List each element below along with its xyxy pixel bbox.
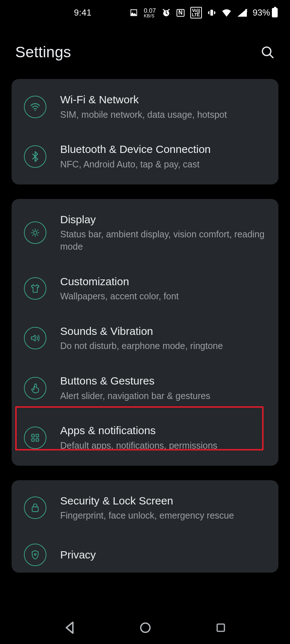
item-title: Buttons & Gestures [60, 374, 266, 388]
item-title: Display [60, 213, 266, 227]
svg-rect-9 [32, 507, 38, 512]
svg-rect-7 [32, 439, 34, 441]
vibrate-icon [208, 8, 216, 17]
navigation-bar [0, 611, 290, 644]
svg-point-11 [141, 623, 150, 632]
item-subtitle: SIM, mobile network, data usage, hotspot [60, 109, 266, 121]
item-subtitle: Wallpapers, accent color, font [60, 290, 266, 303]
item-subtitle: Alert slider, navigation bar & gestures [60, 390, 266, 402]
image-icon [129, 9, 138, 17]
item-title: Sounds & Vibration [60, 324, 266, 338]
settings-group-security: Security & Lock Screen Fingerprint, face… [12, 480, 278, 573]
wifi-status-icon [221, 9, 232, 17]
item-title: Wi-Fi & Network [60, 93, 266, 107]
item-title: Privacy [60, 548, 266, 562]
battery-status: 93% [253, 8, 278, 18]
item-subtitle: Do not disturb, earphone mode, ringtone [60, 340, 266, 352]
volume-icon [24, 327, 46, 349]
item-title: Customization [60, 275, 266, 288]
svg-rect-12 [217, 624, 224, 631]
cell-signal-icon: x [237, 9, 247, 17]
item-title: Apps & notifications [60, 424, 266, 437]
svg-rect-8 [36, 439, 38, 441]
wifi-icon [24, 96, 46, 118]
shirt-icon [24, 277, 46, 300]
svg-rect-1 [210, 10, 213, 16]
volte-icon: Vo))LTE [190, 7, 202, 18]
lock-icon [24, 496, 46, 519]
settings-group-device: Display Status bar, ambient display, vis… [12, 199, 278, 466]
nfc-icon: N [177, 9, 185, 17]
svg-point-4 [33, 231, 37, 234]
settings-header: Settings [0, 25, 290, 79]
nav-back-button[interactable] [64, 621, 75, 634]
page-title: Settings [15, 43, 71, 61]
settings-group-connectivity: Wi-Fi & Network SIM, mobile network, dat… [12, 79, 278, 184]
svg-rect-6 [36, 434, 38, 437]
status-bar: 9:41 0.07 KB/S N Vo))LTE x 93% [0, 0, 290, 25]
nav-home-button[interactable] [139, 622, 152, 634]
item-subtitle: NFC, Android Auto, tap & pay, cast [60, 158, 266, 171]
network-speed: 0.07 KB/S [144, 8, 156, 18]
bluetooth-icon [24, 145, 46, 168]
settings-item-buttons[interactable]: Buttons & Gestures Alert slider, navigat… [12, 363, 278, 413]
item-title: Bluetooth & Device Connection [60, 142, 266, 156]
battery-icon [272, 8, 278, 17]
nav-recent-button[interactable] [215, 622, 226, 633]
svg-point-10 [34, 553, 36, 555]
settings-item-apps[interactable]: Apps & notifications Default apps, notif… [12, 413, 278, 462]
settings-item-bluetooth[interactable]: Bluetooth & Device Connection NFC, Andro… [12, 132, 278, 181]
alarm-icon [162, 8, 171, 17]
shield-icon [24, 544, 46, 566]
settings-item-sounds[interactable]: Sounds & Vibration Do not disturb, earph… [12, 313, 278, 363]
brightness-icon [24, 221, 46, 244]
apps-icon [24, 427, 46, 449]
settings-item-customization[interactable]: Customization Wallpapers, accent color, … [12, 264, 278, 313]
svg-rect-5 [32, 434, 34, 437]
svg-point-3 [34, 110, 36, 111]
item-title: Security & Lock Screen [60, 494, 266, 508]
settings-item-security[interactable]: Security & Lock Screen Fingerprint, face… [12, 483, 278, 533]
settings-item-privacy[interactable]: Privacy [12, 533, 278, 570]
item-subtitle: Default apps, notifications, permissions [60, 440, 266, 452]
search-icon[interactable] [260, 45, 275, 59]
settings-item-display[interactable]: Display Status bar, ambient display, vis… [12, 202, 278, 264]
settings-item-wifi[interactable]: Wi-Fi & Network SIM, mobile network, dat… [12, 82, 278, 132]
status-time: 9:41 [74, 8, 92, 18]
item-subtitle: Status bar, ambient display, vision comf… [60, 228, 266, 253]
gesture-icon [24, 377, 46, 399]
item-subtitle: Fingerprint, face unlock, emergency resc… [60, 510, 266, 522]
